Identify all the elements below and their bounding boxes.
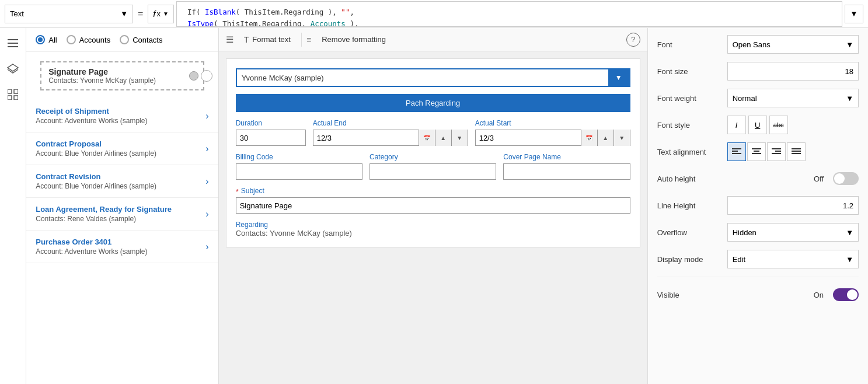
actual-start-label: Actual Start [475,119,630,127]
toggle-handle[interactable] [201,70,212,82]
formula-expand-button[interactable]: ▼ [845,5,863,23]
list-item-sub: Contacts: Rene Valdes (sample) [36,215,205,223]
display-mode-select[interactable]: Edit ▼ [727,250,859,268]
svg-rect-9 [732,151,738,152]
svg-rect-5 [14,89,18,93]
signature-box[interactable]: Signature Page Contacts: Yvonne McKay (s… [40,61,204,90]
italic-button[interactable]: I [727,116,746,134]
fx-button[interactable]: f x ▼ [148,5,174,23]
format-text-button[interactable]: T Format text [238,33,297,47]
line-height-label: Line Height [657,201,727,210]
help-icon[interactable]: ? [626,33,640,47]
actual-start-group: Actual Start 📅 ▲ ▼ [475,119,630,146]
chevron-up-icon[interactable]: ▲ [435,130,451,146]
right-panel: Font Open Sans ▼ Font size Font weight N… [647,28,868,384]
radio-circle-accounts [67,35,76,44]
chevron-down-icon: ▼ [846,40,853,49]
list-item-sub: Account: Adventure Works (sample) [36,247,205,256]
visible-toggle-container: On [727,288,859,301]
visible-toggle-knob [847,289,857,300]
font-size-label: Font size [657,67,727,76]
billing-code-group: Billing Code [236,153,362,180]
list-item[interactable]: Loan Agreement, Ready for Signature Cont… [26,198,218,231]
actual-start-input[interactable] [476,130,581,145]
list-items: Receipt of Shipment Account: Adventure W… [26,100,218,384]
patch-button[interactable]: Pach Regarding [236,94,630,112]
svg-rect-7 [14,96,18,100]
overflow-select-container: Hidden ▼ [727,223,859,242]
text-align-buttons [727,142,859,161]
line-height-row: Line Height [657,196,859,215]
list-item-title: Loan Agreement, Ready for Signature [36,205,205,214]
chevron-down3-icon[interactable]: ▼ [613,130,630,146]
category-input[interactable] [369,163,496,180]
formula-input[interactable]: If( IsBlank( ThisItem.Regarding ), "", I… [176,1,842,27]
chevron-down-icon: ▼ [120,9,128,18]
underline-button[interactable]: U [748,116,767,134]
align-left-button[interactable] [727,142,746,161]
chevron-down2-icon[interactable]: ▼ [451,130,468,146]
list-item[interactable]: Purchase Order 3401 Account: Adventure W… [26,231,218,263]
dropdown-value: Yvonne McKay (sample) [237,74,608,82]
overflow-label: Overflow [657,228,727,237]
list-item[interactable]: Receipt of Shipment Account: Adventure W… [26,100,218,132]
line-height-input[interactable] [727,196,859,215]
chevron-down-icon: ▼ [615,74,622,82]
subject-input[interactable] [236,197,630,214]
resize-handle[interactable] [189,71,198,81]
signature-box-subtitle: Contacts: Yvonne McKay (sample) [48,76,196,85]
regarding-label: Regarding [236,221,630,229]
dropdown-btn[interactable]: ▼ [608,69,629,86]
calendar-icon[interactable]: 📅 [419,130,435,146]
font-style-buttons: I U abc [727,116,859,134]
overflow-select[interactable]: Hidden ▼ [727,223,859,242]
radio-accounts-label: Accounts [79,36,110,44]
list-item-content: Contract Revision Account: Blue Yonder A… [36,172,205,190]
signature-box-title: Signature Page [48,67,196,76]
chevron-right-icon: › [205,176,208,187]
duration-input[interactable] [236,130,306,146]
font-weight-select[interactable]: Normal ▼ [727,89,859,107]
align-center-button[interactable] [747,142,766,161]
visible-label: Visible [657,291,727,299]
font-size-value [727,62,859,81]
font-style-row: Font style I U abc [657,116,859,134]
duration-group: Duration [236,119,306,146]
sidebar-menu-icon[interactable] [2,33,23,54]
formula-select[interactable]: Text ▼ [5,5,133,23]
chevron-up2-icon[interactable]: ▲ [597,130,613,146]
actual-end-input[interactable] [313,130,419,145]
list-item[interactable]: Contract Proposal Account: Blue Yonder A… [26,132,218,165]
align-justify-button[interactable] [787,142,806,161]
cover-page-input[interactable] [503,163,630,180]
visible-toggle[interactable] [833,288,859,301]
auto-height-label: Auto height [657,174,727,183]
calendar-icon2[interactable]: 📅 [581,130,597,146]
actual-start-field: 📅 ▲ ▼ [475,130,630,146]
regarding-dropdown[interactable]: Yvonne McKay (sample) ▼ [236,68,630,87]
billing-code-input[interactable] [236,163,362,180]
remove-formatting-button[interactable]: Remove formatting [316,33,392,46]
display-mode-label: Display mode [657,255,727,264]
radio-accounts[interactable]: Accounts [67,35,110,44]
font-size-input[interactable] [727,62,859,81]
font-select[interactable]: Open Sans ▼ [727,35,859,54]
font-value: Open Sans [733,40,771,49]
actual-end-field: 📅 ▲ ▼ [313,130,468,146]
duration-label: Duration [236,119,306,127]
auto-height-off-label: Off [814,174,824,183]
list-item-content: Contract Proposal Account: Blue Yonder A… [36,139,205,158]
radio-contacts[interactable]: Contacts [120,35,162,44]
radio-all[interactable]: All [36,35,57,44]
sidebar-grid-icon[interactable] [2,84,23,105]
format-divider [301,33,302,47]
font-weight-value: Normal [733,94,757,103]
strikethrough-button[interactable]: abc [769,116,788,134]
sidebar-layers-icon[interactable] [2,58,23,79]
font-weight-row: Font weight Normal ▼ [657,89,859,107]
cover-page-label: Cover Page Name [503,153,630,161]
auto-height-toggle[interactable] [833,172,859,185]
list-item[interactable]: Contract Revision Account: Blue Yonder A… [26,165,218,198]
svg-rect-16 [772,153,781,154]
align-right-button[interactable] [767,142,786,161]
